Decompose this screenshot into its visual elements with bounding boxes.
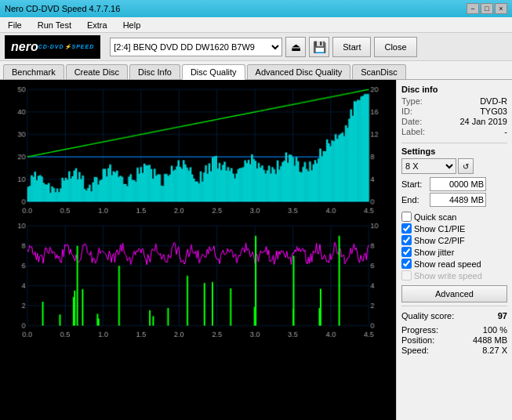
disc-date-label: Date: <box>401 117 422 126</box>
show-c2pif-checkbox[interactable] <box>401 235 412 245</box>
disc-type-label: Type: <box>401 96 423 106</box>
disc-label-label: Label: <box>401 127 425 136</box>
title-bar-text: Nero CD-DVD Speed 4.7.7.16 <box>5 4 120 13</box>
main-content: Disc info Type: DVD-R ID: TYG03 Date: 24… <box>0 80 512 420</box>
end-mb-row: End: <box>401 193 507 207</box>
end-input[interactable] <box>430 193 486 207</box>
show-jitter-checkbox[interactable] <box>401 247 412 257</box>
progress-section: Progress: 100 % Position: 4488 MB Speed:… <box>401 325 507 355</box>
show-read-speed-row: Show read speed <box>401 259 507 269</box>
tab-disc-quality[interactable]: Disc Quality <box>182 64 245 80</box>
show-read-speed-checkbox[interactable] <box>401 259 412 269</box>
tab-benchmark[interactable]: Benchmark <box>3 64 64 79</box>
end-label: End: <box>401 195 427 205</box>
show-jitter-row: Show jitter <box>401 247 507 257</box>
disc-label-value: - <box>504 127 507 136</box>
tab-strip: Benchmark Create Disc Disc Info Disc Qua… <box>0 61 512 80</box>
tab-scan-disc[interactable]: ScanDisc <box>352 64 405 79</box>
start-input[interactable] <box>430 177 486 191</box>
chart-area <box>0 80 396 420</box>
quick-scan-row: Quick scan <box>401 212 507 222</box>
tab-advanced-disc-quality[interactable]: Advanced Disc Quality <box>247 64 351 79</box>
start-mb-row: Start: <box>401 177 507 191</box>
save-icon-button[interactable]: 💾 <box>309 37 329 57</box>
progress-row: Progress: 100 % <box>401 325 507 335</box>
show-write-speed-label: Show write speed <box>414 271 482 281</box>
menu-run-test[interactable]: Run Test <box>33 19 76 31</box>
quick-scan-checkbox[interactable] <box>401 212 412 222</box>
window-controls: − □ × <box>467 3 507 14</box>
settings-section: Settings 8 X ↺ Start: End: <box>401 147 507 207</box>
toolbar: nero CD·DVD⚡SPEED [2:4] BENQ DVD DD DW16… <box>0 33 512 61</box>
speed-row-info: Speed: 8.27 X <box>401 346 507 355</box>
disc-info-section: Disc info Type: DVD-R ID: TYG03 Date: 24… <box>401 85 507 136</box>
close-button[interactable]: Close <box>374 37 416 57</box>
position-value: 4488 MB <box>473 335 507 345</box>
settings-title: Settings <box>401 147 507 156</box>
speed-select[interactable]: 8 X <box>401 158 456 174</box>
menu-bar: File Run Test Extra Help <box>0 17 512 33</box>
tab-disc-info[interactable]: Disc Info <box>129 64 180 79</box>
speed-value: 8.27 X <box>482 346 507 355</box>
speed-label: Speed: <box>401 346 429 355</box>
menu-file[interactable]: File <box>3 19 27 31</box>
disc-id-value: TYG03 <box>480 107 507 116</box>
show-c1pie-checkbox[interactable] <box>401 223 412 234</box>
disc-label-row: Label: - <box>401 127 507 136</box>
show-c1pie-label: Show C1/PIE <box>414 224 465 234</box>
quality-score-label: Quality score: <box>401 311 454 320</box>
minimize-button[interactable]: − <box>467 3 479 14</box>
start-button[interactable]: Start <box>332 37 371 57</box>
show-read-speed-label: Show read speed <box>414 259 481 269</box>
disc-date-value: 24 Jan 2019 <box>459 117 507 126</box>
start-label: Start: <box>401 179 427 189</box>
title-bar: Nero CD-DVD Speed 4.7.7.16 − □ × <box>0 0 512 17</box>
right-panel: Disc info Type: DVD-R ID: TYG03 Date: 24… <box>396 80 512 420</box>
quality-score-value: 97 <box>498 311 507 320</box>
show-write-speed-checkbox[interactable] <box>401 270 412 281</box>
disc-id-label: ID: <box>401 107 412 116</box>
drive-select[interactable]: [2:4] BENQ DVD DD DW1620 B7W9 <box>110 38 282 56</box>
position-row: Position: 4488 MB <box>401 335 507 345</box>
divider-2 <box>401 306 507 306</box>
menu-extra[interactable]: Extra <box>82 19 112 31</box>
disc-type-value: DVD-R <box>480 96 507 106</box>
show-c2pif-row: Show C2/PIF <box>401 235 507 245</box>
nero-logo: nero CD·DVD⚡SPEED <box>5 35 100 59</box>
progress-label: Progress: <box>401 325 438 335</box>
tab-create-disc[interactable]: Create Disc <box>66 64 128 79</box>
eject-icon-button[interactable]: ⏏ <box>285 37 306 57</box>
divider-1 <box>401 143 507 143</box>
disc-id-row: ID: TYG03 <box>401 107 507 116</box>
maximize-button[interactable]: □ <box>481 3 493 14</box>
show-c1pie-row: Show C1/PIE <box>401 223 507 234</box>
disc-info-title: Disc info <box>401 85 507 94</box>
show-jitter-label: Show jitter <box>414 248 454 257</box>
disc-date-row: Date: 24 Jan 2019 <box>401 117 507 126</box>
quick-scan-label: Quick scan <box>414 212 456 222</box>
quality-score-row: Quality score: 97 <box>401 311 507 320</box>
show-c2pif-label: Show C2/PIF <box>414 236 465 245</box>
disc-type-row: Type: DVD-R <box>401 96 507 106</box>
advanced-button[interactable]: Advanced <box>401 285 507 302</box>
menu-help[interactable]: Help <box>118 19 146 31</box>
position-label: Position: <box>401 335 434 345</box>
speed-row: 8 X ↺ <box>401 158 507 174</box>
close-window-button[interactable]: × <box>495 3 507 14</box>
progress-value: 100 % <box>483 325 507 335</box>
show-write-speed-row: Show write speed <box>401 270 507 281</box>
refresh-icon-button[interactable]: ↺ <box>458 158 474 174</box>
